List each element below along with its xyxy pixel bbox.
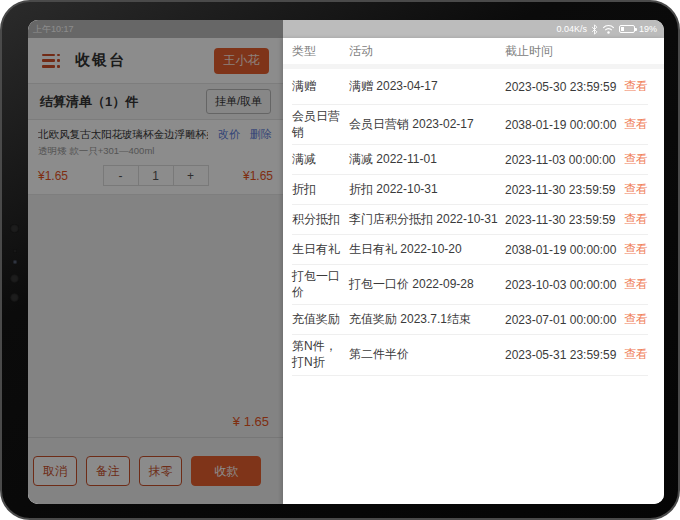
promotion-type: 充值奖励 — [292, 308, 349, 332]
column-deadline: 截止时间 — [505, 43, 622, 60]
settlement-list-title: 结算清单（1）件 — [40, 93, 138, 111]
note-button[interactable]: 备注 — [86, 456, 130, 486]
promotion-deadline: 2023-05-31 23:59:59 — [505, 348, 622, 362]
promotions-table-body: 满赠满赠 2023-04-172023-05-30 23:59:59查看会员日营… — [292, 69, 648, 376]
tablet-device: 上午10:17 0.04K/s 19% — [0, 0, 680, 520]
promotion-deadline: 2038-01-19 00:00:00 — [505, 243, 622, 257]
promotion-row: 生日有礼生日有礼 2022-10-202038-01-19 00:00:00查看 — [292, 235, 648, 265]
promotion-activity: 折扣 2022-10-31 — [349, 181, 505, 198]
column-type: 类型 — [292, 43, 349, 60]
delete-item-link[interactable]: 删除 — [250, 127, 272, 142]
round-off-button[interactable]: 抹零 — [139, 456, 183, 486]
page-title: 收银台 — [75, 51, 126, 70]
promotion-row: 充值奖励充值奖励 2023.7.1结束2023-07-01 00:00:00查看 — [292, 305, 648, 335]
promotion-type: 第N件，打N折 — [292, 335, 349, 374]
promotion-deadline: 2023-11-30 23:59:59 — [505, 213, 622, 227]
cashier-action-bar: 取消 备注 抹零 收款 — [28, 438, 283, 504]
bluetooth-icon — [591, 24, 598, 35]
promotions-panel: 类型 活动 截止时间 满赠满赠 2023-04-172023-05-30 23:… — [283, 38, 664, 504]
bezel-camera-dot — [10, 293, 19, 302]
promotion-activity: 满赠 2023-04-17 — [349, 78, 505, 95]
promotion-row: 积分抵扣李门店积分抵扣 2022-10-312023-11-30 23:59:5… — [292, 205, 648, 235]
promotion-deadline: 2023-07-01 00:00:00 — [505, 313, 622, 327]
wifi-icon — [602, 24, 615, 34]
view-link[interactable]: 查看 — [622, 181, 648, 198]
checkout-button[interactable]: 收款 — [191, 456, 261, 486]
status-time: 上午10:17 — [33, 23, 74, 36]
bezel-camera-dot — [10, 274, 19, 283]
promotion-deadline: 2023-05-30 23:59:59 — [505, 80, 622, 94]
promotion-deadline: 2023-10-03 00:00:00 — [505, 278, 622, 292]
item-unit-price: ¥1.65 — [38, 169, 68, 183]
hamburger-menu-icon[interactable] — [42, 54, 61, 68]
item-subtotal: ¥1.65 — [243, 169, 273, 183]
screen: 上午10:17 0.04K/s 19% — [28, 20, 664, 504]
promotion-activity: 第二件半价 — [349, 346, 505, 363]
promotion-deadline: 2023-11-30 23:59:59 — [505, 183, 622, 197]
battery-icon — [619, 25, 635, 33]
promotion-type: 折扣 — [292, 178, 349, 202]
promotion-row: 打包一口价打包一口价 2022-09-282023-10-03 00:00:00… — [292, 265, 648, 305]
status-bar: 上午10:17 0.04K/s 19% — [28, 20, 664, 38]
view-link[interactable]: 查看 — [622, 241, 648, 258]
order-total: ¥ 1.65 — [28, 414, 283, 438]
battery-percent: 19% — [639, 24, 657, 34]
promotion-activity: 打包一口价 2022-09-28 — [349, 276, 505, 293]
view-link[interactable]: 查看 — [622, 276, 648, 293]
cashier-user-button[interactable]: 王小花 — [214, 48, 269, 74]
item-name: 北欧风复古太阳花玻璃杯金边浮雕杯办... — [38, 128, 208, 142]
quantity-decrease-button[interactable]: - — [103, 165, 139, 186]
promotion-row: 会员日营销会员日营销 2023-02-172038-01-19 00:00:00… — [292, 105, 648, 145]
view-link[interactable]: 查看 — [622, 78, 648, 95]
promotion-type: 会员日营销 — [292, 105, 349, 144]
promotion-activity: 李门店积分抵扣 2022-10-31 — [349, 211, 505, 228]
view-link[interactable]: 查看 — [622, 346, 648, 363]
promotion-activity: 满减 2022-11-01 — [349, 151, 505, 168]
cancel-button[interactable]: 取消 — [33, 456, 77, 486]
quantity-stepper: - 1 + — [103, 165, 209, 186]
promotion-row: 满减满减 2022-11-012023-11-03 00:00:00查看 — [292, 145, 648, 175]
item-spec: 透明矮 款一只+301—400ml — [38, 145, 273, 158]
promotion-activity: 会员日营销 2023-02-17 — [349, 116, 505, 133]
quantity-value: 1 — [138, 165, 174, 186]
promotion-type: 打包一口价 — [292, 265, 349, 304]
cart-item: 北欧风复古太阳花玻璃杯金边浮雕杯办... 改价 删除 透明矮 款一只+301—4… — [28, 120, 283, 195]
promotion-deadline: 2023-11-03 00:00:00 — [505, 153, 622, 167]
view-link[interactable]: 查看 — [622, 211, 648, 228]
cart-empty-area — [28, 195, 283, 414]
promotion-type: 满减 — [292, 148, 349, 172]
promotion-row: 满赠满赠 2023-04-172023-05-30 23:59:59查看 — [292, 69, 648, 105]
view-link[interactable]: 查看 — [622, 151, 648, 168]
bezel-sensor-dot — [13, 260, 17, 264]
view-link[interactable]: 查看 — [622, 116, 648, 133]
cashier-header: 收银台 王小花 — [28, 38, 283, 84]
hold-retrieve-order-button[interactable]: 挂单/取单 — [206, 89, 271, 114]
bezel-sensor-dot — [13, 249, 17, 253]
promotion-type: 生日有礼 — [292, 238, 349, 262]
settlement-list-header: 结算清单（1）件 挂单/取单 — [28, 84, 283, 120]
column-activity: 活动 — [349, 43, 505, 60]
promotion-type: 积分抵扣 — [292, 208, 349, 232]
promotion-row: 折扣折扣 2022-10-312023-11-30 23:59:59查看 — [292, 175, 648, 205]
promotion-type: 满赠 — [292, 75, 349, 99]
view-link[interactable]: 查看 — [622, 311, 648, 328]
promotions-table-header: 类型 活动 截止时间 — [292, 38, 648, 64]
network-speed: 0.04K/s — [556, 24, 587, 34]
cashier-panel: 收银台 王小花 结算清单（1）件 挂单/取单 北欧风复古太阳花玻璃杯金边浮雕杯办… — [28, 38, 283, 504]
quantity-increase-button[interactable]: + — [173, 165, 209, 186]
promotion-activity: 生日有礼 2022-10-20 — [349, 241, 505, 258]
promotion-activity: 充值奖励 2023.7.1结束 — [349, 311, 505, 328]
change-price-link[interactable]: 改价 — [218, 127, 240, 142]
promotion-deadline: 2038-01-19 00:00:00 — [505, 118, 622, 132]
promotion-row: 第N件，打N折第二件半价2023-05-31 23:59:59查看 — [292, 335, 648, 375]
bezel-camera-dot — [10, 224, 19, 233]
